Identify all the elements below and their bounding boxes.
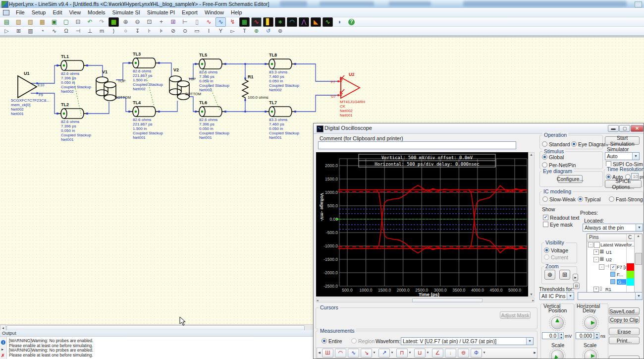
output-arrow-icon[interactable]: ▸ [1,347,3,352]
chevron-down-icon[interactable]: ▼ [636,224,643,231]
export-schematic-icon[interactable]: ▧ [25,17,36,27]
eye-density-icon[interactable]: ▦ [239,17,250,27]
fast-strong-radio[interactable] [609,196,614,202]
tree-item-label[interactable]: F... [617,272,623,277]
wire[interactable] [87,65,103,78]
add-y-junction-icon[interactable]: Y [215,26,226,36]
scrollbar-thumb[interactable] [635,253,642,265]
spice-options-button[interactable]: SPICE Options... [605,180,642,188]
print-button[interactable]: Print... [609,337,640,344]
measure-eye-width-icon[interactable]: ⊖ [458,349,469,358]
scroll-down-icon[interactable]: ▼ [529,293,534,296]
measure-fall-time-icon[interactable]: ↘ [361,349,372,358]
add-differential-pair-icon[interactable]: ○ [120,26,131,36]
entire-radio[interactable] [322,338,327,344]
select-tool-icon[interactable]: ▷ [1,26,12,36]
add-wire-icon[interactable]: ⊞ [13,26,24,36]
tree-row[interactable]: F... [587,271,635,278]
tree-item-label[interactable]: G... [617,279,626,285]
collapse-icon[interactable]: - [588,242,593,247]
dialog-title-bar[interactable]: Digital Oscilloscope ▬ ▢ ✕ [314,123,644,134]
spinner-arrows[interactable]: ▲▼ [594,332,599,339]
zoom-magnifier-button[interactable]: ⊕ [544,270,555,280]
vertical-position-value[interactable]: 0.0 [542,332,558,339]
new-schematic-icon[interactable]: ▤ [1,17,12,27]
scrollbar-thumb[interactable] [412,299,483,302]
probe-options-button[interactable]: ⊡ [573,283,580,289]
voltage-radio[interactable] [544,247,549,253]
menu-simulate-si[interactable]: Simulate SI [109,8,144,16]
tree-row[interactable]: -⊣✓F7 [a... [587,263,635,271]
via-v1[interactable] [96,77,116,101]
menu-edit[interactable]: Edit [49,8,65,16]
transmission-line-tl2[interactable] [57,109,87,119]
add-rotate-icon[interactable]: ↺ [263,26,273,36]
typical-radio[interactable] [578,196,583,202]
add-clock-icon[interactable]: ◔ [37,26,48,36]
pins-tree[interactable]: Pins C -Latest Wavefor...+▦U1-▦U2-⊣✓F7 [… [587,234,643,295]
stackup-editor-icon[interactable]: ▦ [108,17,119,27]
tree-item-label[interactable]: U2 [606,257,612,262]
open-schematic-icon[interactable]: ▨ [13,17,24,27]
add-ic-icon[interactable]: ▥ [25,26,36,36]
probe-checkbox-checked[interactable]: ✓ [610,264,616,270]
menu-export[interactable]: Export [178,8,201,16]
wire[interactable] [31,65,57,83]
receiver-u2[interactable] [338,75,360,98]
wire[interactable] [159,101,177,112]
slow-weak-radio[interactable] [542,196,548,202]
report-icon[interactable]: ▯ [192,17,202,27]
child-window-icon[interactable] [3,10,9,15]
close-icon[interactable]: ✕ [631,125,644,132]
per-net-pin-radio[interactable] [542,162,547,168]
transmission-line-tl6[interactable] [196,107,225,117]
thresholds-combo[interactable]: All IC Pins▼ [539,292,574,300]
driver-u1[interactable] [18,76,37,98]
start-simulation-button[interactable]: Start Simulation [605,136,640,145]
menu-models[interactable]: Models [84,8,108,16]
horizontal-delay-knob[interactable] [584,316,597,329]
comment-input[interactable] [318,141,516,149]
tree-row[interactable]: -Latest Wavefor... [587,241,635,248]
horizontal-delay-value[interactable]: 0.000 [576,332,594,339]
wire[interactable] [116,63,129,80]
global-radio[interactable] [542,154,547,160]
add-ferrite-bead-icon[interactable]: ▭ [192,26,202,36]
wire[interactable] [189,97,196,112]
transmission-line-tl1[interactable] [57,60,87,70]
eye-diagram-radio[interactable] [571,141,577,147]
title-bar[interactable]: HyperLynx - LineSim v9.4 - [Untitled.ffs… [0,0,644,8]
chevron-down-icon[interactable]: ▼ [632,153,639,160]
add-inductor-icon[interactable]: m [97,26,107,36]
simulator-combo[interactable]: Auto▼ [605,152,640,160]
menu-view[interactable]: View [65,8,84,16]
measure-settling-icon[interactable]: ∿ [348,349,359,358]
add-series-capacitor-icon[interactable]: ⊣ [73,26,83,36]
chevron-down-icon[interactable]: ▼ [408,349,412,357]
wire[interactable] [295,64,338,81]
spinner-arrows[interactable]: ▲▼ [559,332,564,339]
horizontal-scale-knob[interactable] [584,350,597,359]
tree-item-label[interactable]: R1 [605,287,611,292]
add-transmission-line-icon[interactable]: I [204,26,214,36]
partial-button[interactable] [609,356,640,359]
collapse-icon[interactable]: - [593,257,599,262]
threshold-net-combo[interactable]: ▼ [578,292,643,300]
chevron-down-icon[interactable]: ▼ [426,349,430,357]
wire[interactable] [87,102,109,114]
probe-assign-icon[interactable]: ↯ [227,17,238,27]
probe-checkbox[interactable] [594,242,600,248]
wire[interactable] [159,63,171,77]
measure-slope-icon[interactable]: ∠ [432,349,443,358]
scroll-left-icon[interactable]: ◀ [317,349,322,357]
add-pulldown-icon[interactable]: ⊧ [156,26,166,36]
scroll-right-icon[interactable]: ▸ [532,298,534,302]
maximize-icon[interactable]: ▢ [619,125,630,132]
current-radio[interactable] [544,254,549,260]
standard-radio[interactable] [542,141,547,147]
zoom-out-icon[interactable]: ⊖ [132,17,143,27]
tree-row[interactable]: -▦U2 [587,256,635,263]
scope-v-scrollbar[interactable]: ▲ ▼ [528,152,535,297]
expand-panel-button[interactable]: ▸ [573,274,578,281]
measure-overshoot-icon[interactable]: ◠ [335,349,346,358]
